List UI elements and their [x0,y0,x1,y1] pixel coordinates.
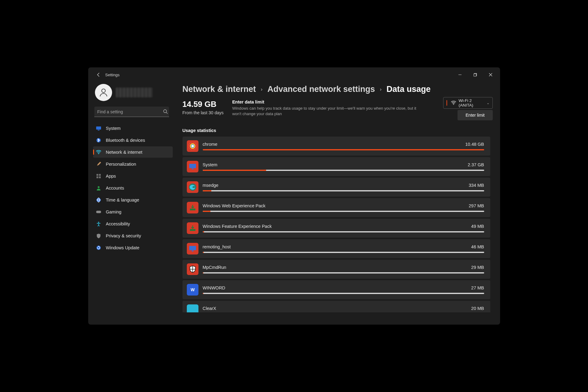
app-name: ClearX [203,306,216,311]
app-size: 46 MB [471,244,484,249]
chrome-icon [187,140,198,152]
globe-icon [96,197,102,203]
usage-bar [203,170,484,171]
app-row[interactable]: Windows Web Experience Pack 297 MB [183,198,490,217]
apps-icon [96,173,102,179]
back-button[interactable] [94,70,104,80]
app-size: 49 MB [471,224,484,229]
edge-icon [187,181,198,193]
usage-bar-fill [203,252,204,253]
app-row[interactable]: System 2.37 GB [183,157,490,176]
svg-rect-11 [99,176,101,178]
svg-rect-33 [189,307,196,312]
shield-icon [96,233,102,239]
total-usage: 14.59 GB [183,100,224,109]
nav-item-personalization[interactable]: Personalization [93,158,173,170]
nav-item-label: Accessibility [106,221,130,226]
app-list[interactable]: chrome 10.48 GB System 2.37 GB msedge 33… [183,137,493,312]
usage-bar-fill [203,231,204,232]
maximize-button[interactable] [468,70,482,80]
app-row[interactable]: ClearX 20 MB [183,301,490,312]
usage-bar-fill [203,170,266,171]
limit-title: Enter data limit [232,100,419,104]
wifi-icon [96,149,102,155]
system-icon [187,161,198,172]
app-size: 29 MB [471,265,484,270]
svg-point-7 [98,153,99,154]
update-icon [96,245,102,251]
back-icon [96,72,101,77]
svg-rect-28 [190,229,195,231]
usage-bar [203,293,484,294]
search-input[interactable] [94,107,169,117]
app-size: 27 MB [471,285,484,290]
usage-bar [203,149,484,150]
nav-item-apps[interactable]: Apps [93,170,173,182]
nav-item-label: Gaming [106,209,122,214]
nav-list: System Bluetooth & devices Network & int… [93,123,173,253]
svg-rect-27 [190,209,195,210]
nav-item-label: Personalization [106,162,136,167]
accent-bar [447,100,447,106]
app-row[interactable]: MpCmdRun 29 MB [183,260,490,279]
usage-bar-fill [203,190,211,191]
nav-item-privacy-security[interactable]: Privacy & security [93,230,173,241]
svg-rect-30 [192,251,194,251]
system-icon [187,243,198,254]
usage-bar [203,231,484,232]
usage-bar [203,272,484,273]
breadcrumb-l2[interactable]: Advanced network settings [267,85,375,94]
app-row[interactable]: remoting_host 46 MB [183,239,490,258]
brush-icon [96,161,102,167]
app-name: MpCmdRun [203,265,226,270]
profile-block[interactable] [93,84,173,101]
monitor-icon [96,125,102,131]
app-size: 334 MB [469,183,484,188]
person-icon [96,185,102,191]
breadcrumb-l1[interactable]: Network & internet [183,85,256,94]
nav-item-accessibility[interactable]: Accessibility [93,218,173,229]
app-row[interactable]: W WINWORD 27 MB [183,280,490,299]
usage-bar [203,211,484,212]
chevron-down-icon: ⌄ [487,101,489,105]
nav-item-time-language[interactable]: Time & language [93,194,173,205]
section-title: Usage statistics [183,128,493,133]
svg-point-18 [453,104,454,105]
nav-item-system[interactable]: System [93,123,173,134]
usage-bar-fill [203,211,211,212]
app-name: Windows Web Experience Pack [203,203,266,208]
breadcrumb: Network & internet › Advanced network se… [183,85,493,94]
app-row[interactable]: chrome 10.48 GB [183,137,490,156]
close-button[interactable] [484,70,498,80]
usage-period: From the last 30 days [183,110,224,115]
nav-item-bluetooth-devices[interactable]: Bluetooth & devices [93,134,173,146]
usage-bar-fill [203,293,204,294]
app-name: remoting_host [203,244,231,249]
app-name: msedge [203,183,219,188]
nav-item-gaming[interactable]: Gaming [93,206,173,217]
user-name-redacted [116,88,153,97]
app-name: chrome [203,142,217,147]
svg-rect-15 [96,211,101,213]
svg-point-6 [96,138,101,142]
nav-item-label: System [106,126,121,131]
nav-item-accounts[interactable]: Accounts [93,182,173,194]
minimize-button[interactable] [453,70,467,80]
usage-bar-fill [203,272,204,273]
svg-rect-10 [96,176,98,178]
generic-icon [187,304,198,312]
app-row[interactable]: msedge 334 MB [183,178,490,197]
svg-point-16 [98,222,99,223]
network-dropdown[interactable]: Wi-Fi 2 (ANITA) ⌄ [443,97,493,109]
download-icon [187,202,198,213]
enter-limit-button[interactable]: Enter limit [458,110,492,120]
wifi-icon [451,100,456,106]
sidebar: System Bluetooth & devices Network & int… [88,82,177,325]
svg-rect-1 [474,74,476,76]
summary-row: 14.59 GB From the last 30 days Enter dat… [183,100,493,116]
svg-point-2 [102,89,105,92]
nav-item-label: Windows Update [106,245,140,250]
app-row[interactable]: Windows Feature Experience Pack 49 MB [183,219,490,238]
nav-item-network-internet[interactable]: Network & internet [93,146,173,158]
nav-item-windows-update[interactable]: Windows Update [93,242,173,253]
